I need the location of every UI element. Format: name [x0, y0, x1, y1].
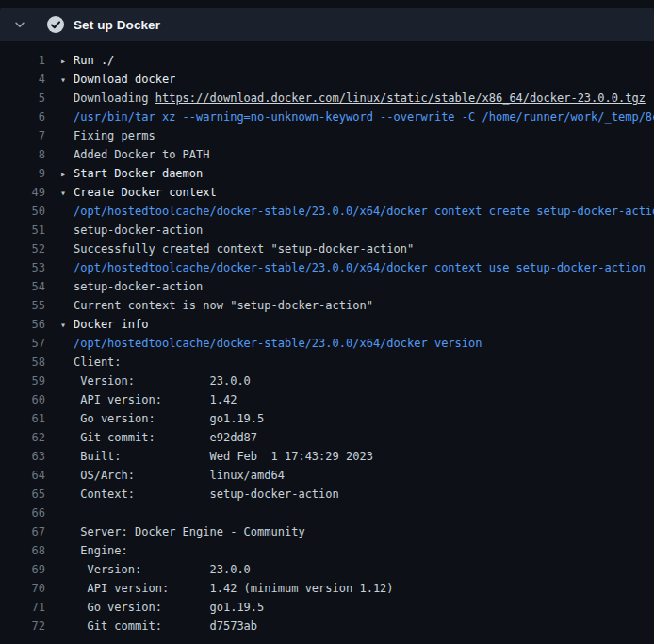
chevron-right-icon[interactable]: ▸: [60, 165, 74, 184]
line-number: 55: [0, 296, 45, 315]
log-line: 56▾Docker info: [0, 315, 654, 334]
line-content[interactable]: ▸Start Docker daemon: [60, 164, 203, 184]
log-line: 68 Engine:: [0, 541, 654, 560]
line-content: Go version: go1.19.5: [60, 598, 264, 617]
log-line: 69 Version: 23.0.0: [0, 560, 654, 579]
line-number: 6: [0, 107, 45, 126]
log-line: 61 Go version: go1.19.5: [0, 409, 654, 428]
log-line: 49▾Create Docker context: [0, 183, 654, 202]
log-line: 60 API version: 1.42: [0, 390, 654, 409]
log-line: 50/opt/hostedtoolcache/docker-stable/23.…: [0, 202, 654, 221]
success-check-icon: [47, 16, 64, 33]
line-content: Version: 23.0.0: [60, 560, 251, 579]
line-content: setup-docker-action: [60, 221, 203, 239]
line-number: 5: [0, 89, 45, 107]
line-content: Server: Docker Engine - Community: [60, 522, 305, 541]
chevron-down-icon[interactable]: ▾: [60, 184, 74, 203]
line-number: 64: [0, 466, 45, 485]
log-line: 57/opt/hostedtoolcache/docker-stable/23.…: [0, 334, 654, 353]
chevron-down-icon[interactable]: ▾: [60, 71, 74, 90]
line-content: /opt/hostedtoolcache/docker-stable/23.0.…: [60, 334, 482, 353]
line-content: OS/Arch: linux/amd64: [60, 466, 285, 485]
line-number: 7: [0, 126, 45, 145]
step-header[interactable]: Set up Docker: [0, 8, 654, 41]
line-content: /usr/bin/tar xz --warning=no-unknown-key…: [60, 107, 654, 126]
log-line: 4▾Download docker: [0, 70, 654, 89]
log-line: 54setup-docker-action: [0, 277, 654, 296]
log-line: 63 Built: Wed Feb 1 17:43:29 2023: [0, 447, 654, 466]
chevron-down-icon[interactable]: ▾: [60, 316, 74, 335]
line-number: 52: [0, 239, 45, 258]
line-number: 8: [0, 145, 45, 164]
line-number: 53: [0, 258, 45, 277]
line-content: Current context is now "setup-docker-act…: [60, 296, 373, 315]
log-line: 53/opt/hostedtoolcache/docker-stable/23.…: [0, 258, 654, 277]
line-number: 61: [0, 409, 45, 428]
group-title: Start Docker daemon: [74, 167, 203, 180]
log-link[interactable]: https://download.docker.com/linux/static…: [155, 91, 646, 105]
line-number: 9: [0, 164, 45, 183]
line-number: 65: [0, 485, 45, 504]
line-content[interactable]: ▾Download docker: [60, 70, 175, 90]
log-line: 65 Context: setup-docker-action: [0, 485, 654, 504]
line-number: 51: [0, 221, 45, 239]
log-line: 8Added Docker to PATH: [0, 145, 654, 164]
line-content: Git commit: e92dd87: [60, 428, 257, 447]
log-line: 58Client:: [0, 353, 654, 372]
line-number: 60: [0, 390, 45, 409]
log-line: 7Fixing perms: [0, 126, 654, 145]
log-line: 9▸Start Docker daemon: [0, 164, 654, 183]
line-number: 68: [0, 541, 45, 560]
log-line: 1▸Run ./: [0, 51, 654, 70]
line-content: setup-docker-action: [60, 277, 203, 296]
log-line: 52Successfully created context "setup-do…: [0, 239, 654, 258]
log-line: 67 Server: Docker Engine - Community: [0, 522, 654, 541]
log-line: 59 Version: 23.0.0: [0, 372, 654, 390]
line-number: 56: [0, 315, 45, 334]
group-title: Create Docker context: [74, 186, 217, 199]
line-number: 69: [0, 560, 45, 579]
line-number: 62: [0, 428, 45, 447]
log-line: 55Current context is now "setup-docker-a…: [0, 296, 654, 315]
line-content: API version: 1.42 (minimum version 1.12): [60, 579, 394, 598]
line-number: 57: [0, 334, 45, 353]
log-line: 72 Git commit: d7573ab: [0, 617, 654, 636]
line-number: 59: [0, 372, 45, 390]
step-title: Set up Docker: [74, 18, 160, 32]
line-content: Go version: go1.19.5: [60, 409, 264, 428]
chevron-right-icon[interactable]: ▸: [60, 52, 74, 71]
log-line: 51setup-docker-action: [0, 221, 654, 239]
line-content: /opt/hostedtoolcache/docker-stable/23.0.…: [60, 202, 654, 221]
line-number: 67: [0, 522, 45, 541]
line-number: 71: [0, 598, 45, 617]
line-content: Engine:: [60, 541, 128, 560]
log-line: 71 Go version: go1.19.5: [0, 598, 654, 617]
line-content: API version: 1.42: [60, 390, 237, 409]
line-content: /opt/hostedtoolcache/docker-stable/23.0.…: [60, 258, 646, 277]
group-title: Docker info: [74, 318, 148, 331]
line-content: Downloading https://download.docker.com/…: [60, 89, 646, 107]
line-content: Built: Wed Feb 1 17:43:29 2023: [60, 447, 373, 466]
line-number: 66: [0, 504, 45, 522]
line-content[interactable]: ▸Run ./: [60, 51, 114, 71]
line-number: 63: [0, 447, 45, 466]
line-content: Successfully created context "setup-dock…: [60, 239, 414, 258]
line-number: 4: [0, 70, 45, 89]
line-content: Added Docker to PATH: [60, 145, 210, 164]
line-content: Git commit: d7573ab: [60, 617, 257, 636]
log-container: 1▸Run ./4▾Download docker5Downloading ht…: [0, 41, 654, 636]
line-number: 1: [0, 51, 45, 70]
line-number: 70: [0, 579, 45, 598]
line-number: 72: [0, 617, 45, 636]
group-title: Download docker: [74, 73, 175, 86]
chevron-down-icon[interactable]: [13, 18, 34, 31]
log-line: 66: [0, 504, 654, 522]
line-number: 50: [0, 202, 45, 221]
line-content[interactable]: ▾Docker info: [60, 315, 148, 335]
line-number: 58: [0, 353, 45, 372]
log-line: 62 Git commit: e92dd87: [0, 428, 654, 447]
line-content: Client:: [60, 353, 122, 372]
line-content[interactable]: ▾Create Docker context: [60, 183, 217, 203]
group-title: Run ./: [74, 54, 114, 67]
line-content: Fixing perms: [60, 126, 155, 145]
